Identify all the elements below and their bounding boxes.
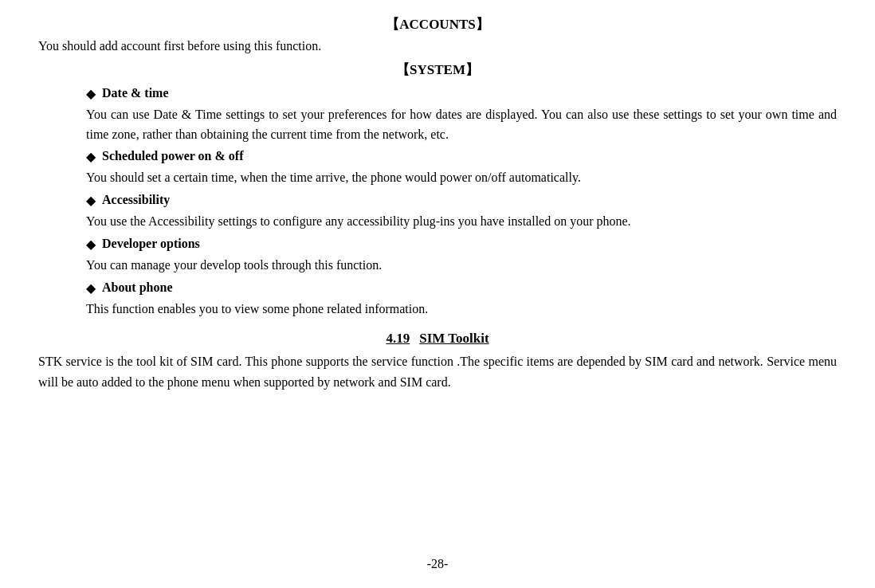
bullet-diamond-2: ◆	[86, 147, 96, 167]
bullet-diamond-3: ◆	[86, 191, 96, 210]
accounts-body: You should add account first before usin…	[38, 37, 837, 57]
bullet-diamond-4: ◆	[86, 235, 96, 254]
section-title: SIM Toolkit	[419, 331, 489, 346]
section-number: 4.19	[386, 331, 410, 346]
developer-body: You can manage your develop tools throug…	[86, 256, 837, 276]
bullet-item-scheduled: ◆ Scheduled power on & off	[86, 147, 837, 167]
page-number: -28-	[38, 548, 837, 574]
scheduled-body: You should set a certain time, when the …	[86, 168, 837, 188]
bullet-item-date-time: ◆ Date & time	[86, 84, 837, 104]
accounts-heading: 【ACCOUNTS】	[38, 14, 837, 35]
date-time-body: You can use Date & Time settings to set …	[86, 105, 837, 145]
date-time-label: Date & time	[102, 84, 169, 103]
accessibility-body: You use the Accessibility settings to co…	[86, 212, 837, 232]
accessibility-label: Accessibility	[102, 190, 170, 210]
system-heading: 【SYSTEM】	[38, 60, 837, 80]
bullet-diamond-1: ◆	[86, 84, 96, 104]
scheduled-label: Scheduled power on & off	[102, 147, 244, 166]
page-container: 【ACCOUNTS】 You should add account first …	[0, 0, 875, 588]
about-phone-label: About phone	[102, 278, 172, 297]
bullet-item-developer: ◆ Developer options	[86, 234, 837, 254]
section-419-heading: 4.19 SIM Toolkit	[38, 328, 837, 349]
stk-body: STK service is the tool kit of SIM card.…	[38, 351, 837, 392]
bullet-item-about-phone: ◆ About phone	[86, 278, 837, 298]
bullet-item-accessibility: ◆ Accessibility	[86, 190, 837, 210]
developer-label: Developer options	[102, 234, 200, 253]
bullet-diamond-5: ◆	[86, 279, 96, 298]
about-phone-body: This function enables you to view some p…	[86, 300, 837, 319]
